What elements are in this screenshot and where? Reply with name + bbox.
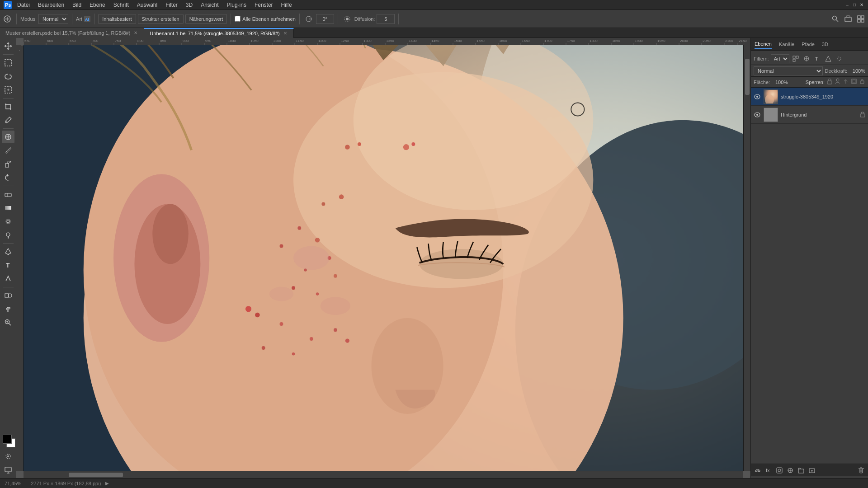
lock-all-icon[interactable]: [859, 78, 865, 86]
tab-unbenannt-close[interactable]: ✕: [283, 30, 288, 36]
panel-tab-ebenen[interactable]: Ebenen: [755, 39, 772, 49]
tool-move[interactable]: [2, 40, 14, 52]
color-swatches[interactable]: [1, 433, 15, 449]
svg-text:1100: 1100: [273, 39, 281, 43]
angle-input[interactable]: [316, 14, 334, 24]
svg-rect-18: [861, 19, 864, 22]
layer-vis-hintergrund[interactable]: [754, 111, 761, 118]
layer-item-hintergrund[interactable]: Hintergrund: [751, 106, 868, 124]
menu-fenster[interactable]: Fenster: [251, 1, 277, 9]
add-mask-icon[interactable]: [774, 465, 784, 475]
tool-pen[interactable]: [2, 245, 14, 258]
tool-screen-mode[interactable]: [2, 464, 14, 476]
menu-plugins[interactable]: Plug-ins: [223, 1, 250, 9]
tool-gradient[interactable]: [2, 202, 14, 214]
fill-row: Fläche: 100% Sperren:: [751, 77, 868, 88]
panel-tab-kanale[interactable]: Kanäle: [779, 40, 794, 49]
arrange-icon[interactable]: [855, 14, 866, 24]
tool-dodge[interactable]: [2, 229, 14, 241]
menu-hilfe[interactable]: Hilfe: [278, 1, 296, 9]
tool-hand[interactable]: [2, 303, 14, 315]
filter-type-select[interactable]: Art: [771, 54, 789, 63]
filter-effect-icon[interactable]: [835, 54, 844, 63]
close-button[interactable]: ✕: [858, 1, 865, 9]
menu-filter[interactable]: Filter: [162, 1, 181, 9]
alle-ebenen-checkbox[interactable]: [235, 16, 241, 22]
search-icon[interactable]: [830, 14, 841, 24]
horizontal-scrollbar[interactable]: [24, 471, 743, 478]
vertical-scrollbar[interactable]: [743, 45, 750, 471]
svg-point-161: [836, 79, 839, 81]
panel-tab-3d[interactable]: 3D: [822, 40, 828, 49]
svg-text:2050: 2050: [703, 39, 711, 43]
right-panel: Ebenen Kanäle Pfade 3D Filtern: Art: [750, 38, 868, 478]
delete-layer-icon[interactable]: [856, 465, 866, 475]
menu-3d[interactable]: 3D: [182, 1, 196, 9]
menu-bearbeiten[interactable]: Bearbeiten: [34, 1, 68, 9]
tool-eyedropper[interactable]: [2, 114, 14, 127]
svg-rect-154: [793, 56, 795, 58]
tool-crop[interactable]: [2, 100, 14, 113]
maximize-button[interactable]: □: [851, 1, 858, 9]
tool-history-brush[interactable]: [2, 171, 14, 184]
link-layers-icon[interactable]: [753, 465, 763, 475]
tool-spot-heal[interactable]: [2, 131, 14, 143]
tool-object-select[interactable]: [2, 84, 14, 96]
struktur-button[interactable]: Struktur erstellen: [138, 14, 184, 24]
tool-eraser[interactable]: [2, 188, 14, 201]
lock-position-icon[interactable]: [843, 78, 849, 86]
filter-shape-icon[interactable]: [824, 54, 833, 63]
tab-muster[interactable]: Muster erstellen.psdc bei 15,7% (Farbfül…: [0, 28, 144, 38]
menu-bild[interactable]: Bild: [69, 1, 85, 9]
foreground-color-swatch[interactable]: [3, 435, 12, 444]
lock-transparent-icon[interactable]: [826, 78, 833, 86]
zoom-fit-icon[interactable]: [843, 14, 854, 24]
tool-zoom[interactable]: [2, 316, 14, 329]
canvas-content[interactable]: [24, 45, 743, 471]
lock-artboard-icon[interactable]: [851, 78, 857, 86]
lock-pixels-icon[interactable]: [835, 78, 841, 86]
h-scroll-thumb[interactable]: [69, 473, 123, 477]
panel-tab-pfade[interactable]: Pfade: [802, 40, 815, 49]
tool-clone-stamp[interactable]: [2, 158, 14, 170]
menu-ebene[interactable]: Ebene: [86, 1, 109, 9]
filter-adj-icon[interactable]: [802, 54, 811, 63]
blend-mode-select[interactable]: Normal Multiplizieren Abblenden: [754, 66, 823, 75]
add-group-icon[interactable]: [796, 465, 806, 475]
layer-vis-struggle[interactable]: [754, 93, 761, 100]
tool-path-select[interactable]: [2, 272, 14, 285]
menu-schrift[interactable]: Schrift: [110, 1, 132, 9]
menu-datei[interactable]: Datei: [14, 1, 33, 9]
tool-rect-marquee[interactable]: [2, 56, 14, 69]
filter-text-icon[interactable]: T: [813, 54, 822, 63]
svg-text:1300: 1300: [363, 39, 372, 43]
tool-brush[interactable]: [2, 144, 14, 157]
svg-text:550: 550: [24, 39, 31, 43]
layer-lock-icon-hintergrund: [860, 111, 865, 118]
inhaltsbasiert-button[interactable]: Inhaltsbasiert: [98, 14, 136, 24]
add-adjustment-icon[interactable]: [785, 465, 795, 475]
tool-lasso[interactable]: [2, 70, 14, 83]
add-layer-icon[interactable]: [807, 465, 817, 475]
tab-unbenannt[interactable]: Unbenannt-1 bei 71,5% (struggle-3805349_…: [144, 28, 293, 38]
sep7: [398, 14, 399, 24]
tool-shape[interactable]: [2, 289, 14, 302]
naherung-button[interactable]: Näherungswert: [185, 14, 227, 24]
menu-ansicht[interactable]: Ansicht: [197, 1, 222, 9]
tool-blur[interactable]: [2, 215, 14, 228]
filter-pixel-icon[interactable]: [791, 54, 800, 63]
layer-item-struggle[interactable]: struggle-3805349_1920: [751, 88, 868, 106]
svg-text:2100: 2100: [725, 39, 733, 43]
svg-rect-162: [852, 79, 856, 84]
tool-quick-mask[interactable]: [2, 450, 14, 463]
status-arrow[interactable]: ▶: [105, 481, 109, 486]
menu-auswahl[interactable]: Auswahl: [133, 1, 161, 9]
add-style-icon[interactable]: fx: [764, 465, 774, 475]
mode-select[interactable]: Normal: [38, 14, 68, 24]
v-scroll-thumb[interactable]: [745, 59, 750, 95]
minimize-button[interactable]: –: [844, 1, 851, 9]
tool-sep6: [3, 287, 14, 287]
tab-muster-close[interactable]: ✕: [133, 30, 138, 36]
tool-text[interactable]: T: [2, 259, 14, 272]
diffusion-input[interactable]: [377, 14, 395, 24]
